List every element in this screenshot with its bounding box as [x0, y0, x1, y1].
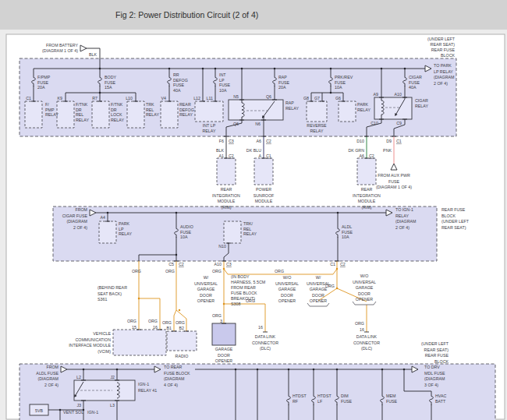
- label: GARAGE: [215, 347, 233, 351]
- label: INTERFACE MODULE: [69, 343, 111, 348]
- label: ORG: [162, 320, 172, 325]
- label: REAR FUSE: [431, 48, 456, 52]
- label: C1: [26, 96, 31, 101]
- label: R7: [92, 96, 98, 101]
- label: W/O: [283, 275, 292, 280]
- label: 4 OF 4): [164, 383, 178, 387]
- label: S361: [98, 297, 107, 302]
- label: MODULE: [358, 199, 376, 203]
- label: (DLC): [260, 346, 271, 351]
- label: BODY: [105, 75, 116, 79]
- label: A9: [374, 92, 379, 97]
- label: DOOR: [281, 293, 293, 298]
- label: 2 OF 4): [44, 383, 58, 387]
- label: C3: [226, 262, 232, 266]
- junction-dot: [336, 288, 339, 290]
- label: OPENER: [310, 298, 328, 303]
- label: DR: [76, 108, 82, 112]
- label: 2 OF 4): [434, 81, 448, 86]
- label: REAR FUSE: [441, 207, 466, 212]
- label: C2: [369, 154, 374, 158]
- label: RELAY 41: [138, 388, 157, 393]
- label: TRK/: [243, 221, 254, 226]
- junction-dot: [179, 309, 181, 312]
- label: REAR SEAT): [441, 225, 466, 230]
- label: 20A: [278, 85, 286, 90]
- label: DK BLU: [246, 148, 261, 153]
- label: DOOR: [312, 293, 324, 298]
- junction-dot: [330, 92, 332, 94]
- label: RELAY: [203, 129, 216, 133]
- label: OPENER: [356, 297, 374, 302]
- label: ORG: [325, 284, 335, 288]
- label: N6: [255, 122, 261, 126]
- label: GARAGE: [356, 285, 374, 290]
- label: REAR SEAT): [431, 42, 456, 47]
- label: DEFOG: [179, 108, 194, 112]
- label: BLOCK: [441, 53, 455, 58]
- label: SEAT BACK): [98, 291, 122, 296]
- label: TO REAR: [164, 365, 183, 369]
- label: C1: [396, 139, 402, 143]
- label: TO PARK: [434, 63, 452, 68]
- label: 15: [132, 325, 136, 330]
- fpmp-relay-box: [25, 101, 42, 128]
- power-sunroof-module-box: [254, 158, 273, 185]
- label: LP: [219, 78, 225, 83]
- label: 16: [153, 325, 158, 330]
- label: REAR FUSE: [425, 353, 449, 358]
- label: REL: [243, 227, 251, 231]
- junction-dot: [99, 68, 101, 70]
- label: COMMUNICATION: [75, 337, 111, 342]
- label: 10A: [180, 235, 188, 239]
- label: FUSE: [335, 80, 346, 85]
- rear-integration-module-box-1: [217, 158, 236, 185]
- label: ORG: [132, 269, 141, 274]
- label: L3: [110, 403, 115, 408]
- label: BLK: [89, 52, 97, 57]
- junction-dot: [313, 369, 315, 371]
- label: A6: [360, 154, 365, 158]
- label: F/PMP: [37, 75, 51, 79]
- label: Q6: [233, 122, 239, 126]
- label: DK GRN: [348, 148, 364, 153]
- label: A4: [101, 215, 106, 220]
- label: INT: [219, 72, 226, 77]
- label: FUSE BLOCK: [231, 291, 257, 295]
- label: FUSE: [173, 83, 185, 87]
- int-lp-relay-box: [195, 101, 223, 122]
- label: INTEGRATION: [353, 193, 381, 198]
- junction-dot: [337, 212, 339, 214]
- trk-rel-relay-box-2: [224, 221, 241, 243]
- label: B1: [167, 326, 172, 330]
- label: FUSE: [180, 230, 192, 235]
- label: RAP: [285, 101, 294, 105]
- label: (IN BODY: [231, 274, 250, 279]
- label: RELAY: [415, 104, 428, 108]
- label: VENT SOL: [63, 410, 83, 415]
- label: UNIVERSAL: [275, 281, 299, 286]
- label: CIGAR FUSE: [62, 214, 88, 218]
- label: J2: [110, 375, 115, 379]
- label: HTDST: [292, 394, 307, 398]
- label: ORG: [212, 313, 222, 318]
- label: 3: [220, 319, 222, 323]
- label: ORG: [246, 298, 255, 303]
- label: (UNDER LEFT: [441, 219, 470, 224]
- label: FUSE: [386, 399, 398, 404]
- ftnk-dr-lock-relay-box: [92, 101, 109, 128]
- label: (RIM): [221, 205, 231, 210]
- label: (DIAGRAM: [395, 219, 417, 224]
- label: RR: [173, 72, 179, 77]
- junction-dot: [138, 298, 140, 300]
- label: C2: [179, 262, 184, 266]
- label: TO IGN-1: [395, 207, 413, 212]
- junction-dot: [176, 254, 178, 256]
- junction-dot: [168, 68, 171, 70]
- label: IGN-1: [138, 382, 149, 386]
- label: HTDST: [317, 394, 332, 398]
- label: PNK: [383, 148, 392, 153]
- label: RAP: [278, 75, 287, 79]
- label: L10: [126, 96, 133, 101]
- label: (BEHIND REAR: [98, 285, 127, 290]
